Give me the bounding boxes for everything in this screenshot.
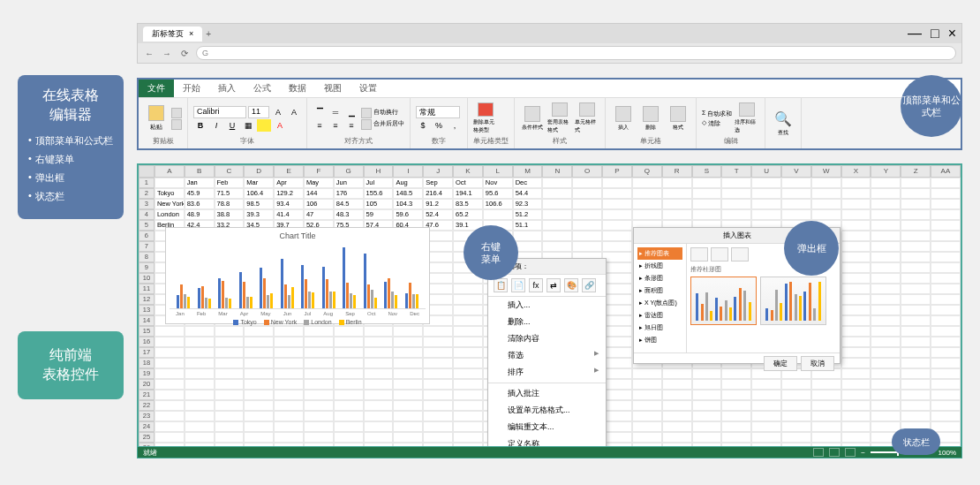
cell[interactable] [334, 390, 364, 400]
cell[interactable] [244, 337, 274, 347]
forward-icon[interactable]: → [161, 47, 173, 59]
cell[interactable] [901, 231, 931, 241]
cell[interactable] [572, 188, 602, 199]
cell[interactable] [304, 400, 334, 411]
cell[interactable] [542, 188, 572, 199]
close-tab-icon[interactable]: × [189, 29, 193, 38]
cell[interactable] [901, 379, 931, 390]
cell[interactable] [841, 231, 871, 241]
cell[interactable] [841, 390, 871, 400]
cell[interactable] [931, 347, 961, 358]
cell[interactable] [423, 358, 453, 368]
cell[interactable] [393, 326, 423, 337]
browser-tab[interactable]: 新标签页 × [143, 27, 202, 42]
row-header[interactable]: 20 [139, 379, 155, 390]
cell[interactable] [901, 220, 931, 231]
cell[interactable] [721, 379, 751, 390]
cell[interactable] [841, 262, 871, 273]
cell[interactable]: 83.6 [185, 199, 215, 209]
cell[interactable] [811, 178, 841, 188]
cell[interactable] [542, 241, 572, 252]
select-all-corner[interactable] [139, 165, 155, 178]
cell[interactable] [423, 390, 453, 400]
cell[interactable] [931, 273, 961, 284]
cell[interactable] [781, 209, 811, 220]
cell[interactable] [901, 400, 931, 411]
cell[interactable] [304, 347, 334, 358]
cell[interactable] [931, 315, 961, 326]
cell[interactable] [781, 188, 811, 199]
cell-style-button[interactable]: 单元格样式 [575, 102, 599, 134]
cell[interactable]: Jun [334, 178, 364, 188]
column-header[interactable]: H [364, 165, 394, 178]
cell[interactable] [931, 220, 961, 231]
context-menu-item[interactable]: 排序▶ [488, 364, 606, 381]
cell[interactable] [841, 294, 871, 305]
cell[interactable]: 216.4 [423, 188, 453, 199]
context-menu-item[interactable]: 删除... [488, 314, 606, 330]
cell[interactable]: Oct [453, 178, 483, 188]
cell[interactable]: London [155, 209, 185, 220]
cell[interactable] [334, 326, 364, 337]
cell[interactable]: 45.9 [185, 188, 215, 199]
cell[interactable] [662, 411, 692, 421]
cell[interactable] [811, 209, 841, 220]
cell[interactable] [841, 337, 871, 347]
cell[interactable] [781, 178, 811, 188]
cell[interactable] [751, 199, 781, 209]
cell[interactable] [901, 337, 931, 347]
cell[interactable] [244, 411, 274, 421]
cell[interactable]: 84.5 [334, 199, 364, 209]
cut-icon[interactable] [171, 108, 182, 118]
cell[interactable] [871, 294, 901, 305]
cell[interactable] [542, 199, 572, 209]
cell[interactable] [692, 209, 722, 220]
dialog-category[interactable]: ▸ 旭日图 [637, 322, 682, 334]
cell[interactable] [602, 347, 632, 358]
cell[interactable] [721, 390, 751, 400]
cell[interactable] [423, 411, 453, 421]
ribbon-tab-4[interactable]: 数据 [280, 80, 315, 97]
column-header[interactable]: N [542, 165, 572, 178]
cell[interactable] [364, 421, 394, 432]
cell[interactable]: Jan [185, 178, 215, 188]
cell[interactable] [185, 390, 215, 400]
ribbon-tab-3[interactable]: 公式 [245, 80, 280, 97]
cell[interactable] [423, 400, 453, 411]
cell[interactable]: Mar [244, 178, 274, 188]
minimize-icon[interactable]: — [908, 26, 922, 42]
cell[interactable] [393, 368, 423, 379]
delete-celltype-button[interactable]: 删除单元格类型 [473, 102, 498, 134]
cell[interactable]: 155.6 [364, 188, 394, 199]
cell[interactable] [274, 421, 304, 432]
dialog-category[interactable]: ▸ 条形图 [637, 272, 682, 284]
ribbon-tab-0[interactable]: 文件 [139, 80, 174, 97]
cell[interactable] [931, 231, 961, 241]
dialog-category[interactable]: ▸ 面积图 [637, 284, 682, 297]
cell[interactable] [215, 379, 245, 390]
dialog-cancel-button[interactable]: 取消 [801, 356, 834, 371]
cell[interactable] [871, 273, 901, 284]
dialog-category[interactable]: ▸ 雷达图 [637, 309, 682, 322]
cell[interactable] [602, 188, 632, 199]
cell[interactable] [901, 368, 931, 379]
currency-icon[interactable]: $ [416, 119, 430, 132]
dialog-category[interactable]: ▸ 推荐图表 [637, 247, 682, 260]
merge-center-button[interactable]: 合并后居中 [361, 119, 404, 130]
cell[interactable] [632, 421, 662, 432]
cell[interactable] [423, 368, 453, 379]
cell[interactable]: 48.3 [334, 209, 364, 220]
context-menu-item[interactable]: 插入批注 [488, 385, 606, 402]
cell[interactable]: 48.9 [185, 209, 215, 220]
cell[interactable] [662, 432, 692, 443]
column-header[interactable]: P [602, 165, 632, 178]
align-left-icon[interactable]: ≡ [313, 119, 327, 132]
cell[interactable] [781, 432, 811, 443]
cell[interactable] [662, 188, 692, 199]
cell[interactable]: 105 [364, 199, 394, 209]
cell[interactable] [393, 347, 423, 358]
cell[interactable] [602, 379, 632, 390]
cell[interactable]: 148.5 [393, 188, 423, 199]
underline-icon[interactable]: U [225, 119, 239, 132]
cell[interactable] [274, 337, 304, 347]
